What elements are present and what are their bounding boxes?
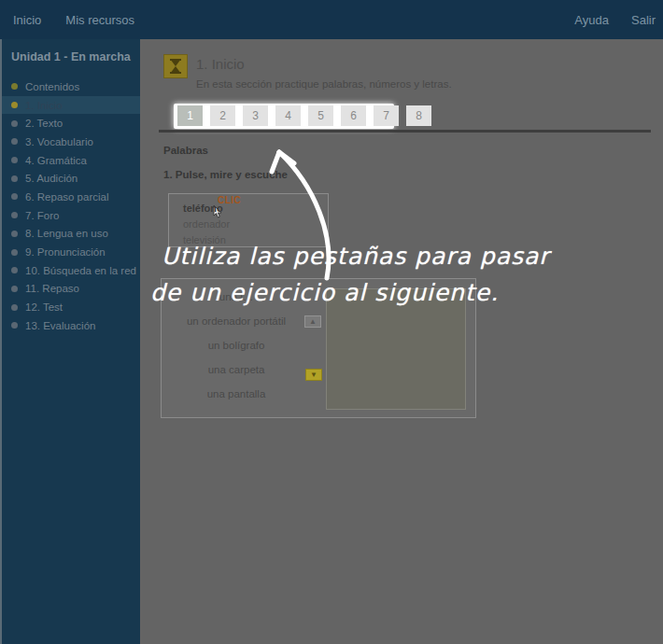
tab-2[interactable]: 2 <box>210 105 235 126</box>
panel-word[interactable]: una pantalla <box>162 388 311 399</box>
panel-word[interactable]: un bolígrafo <box>162 340 311 351</box>
sidebar-item-repaso-parcial[interactable]: 6. Repaso parcial <box>2 188 140 206</box>
panel-word[interactable]: un ordenador portátil <box>162 315 311 327</box>
exercise-instruction: 1. Pulse, mire y escuche <box>163 169 288 180</box>
tab-4[interactable]: 4 <box>275 105 301 126</box>
bullet-icon <box>11 322 18 329</box>
sidebar-item-busqueda-en-la-red[interactable]: 10. Búsqueda en la red <box>2 261 140 280</box>
tutorial-text-line2: de un ejercicio al siguiente. <box>150 279 499 306</box>
sidebar-item-label: 12. Test <box>25 301 63 313</box>
sidebar-item-gramatica[interactable]: 4. Gramática <box>2 151 140 170</box>
sidebar-item-foro[interactable]: 7. Foro <box>2 206 140 225</box>
section-heading: Palabras <box>163 145 208 156</box>
page-subtitle: En esta sección practique palabras, núme… <box>196 78 452 90</box>
sidebar: Unidad 1 - En marcha Contenidos 1. Inici… <box>0 39 140 644</box>
sidebar-item-pronunciacion[interactable]: 9. Pronunciación <box>2 243 140 261</box>
bullet-icon <box>11 249 18 256</box>
navbar-right-group: Ayuda Salir <box>574 13 663 27</box>
tab-8[interactable]: 8 <box>406 105 431 126</box>
word-card: CLIC teléfono ordenador televisión <box>168 193 329 247</box>
page-title: 1. Inicio <box>196 56 245 72</box>
sidebar-item-texto[interactable]: 2. Texto <box>2 114 140 133</box>
sidebar-item-repaso[interactable]: 11. Repaso <box>2 280 140 299</box>
sidebar-item-audicion[interactable]: 5. Audición <box>2 169 140 188</box>
sidebar-item-label: 5. Audición <box>25 173 78 184</box>
hourglass-icon <box>163 54 188 78</box>
move-down-button[interactable]: ▼ <box>305 369 322 381</box>
sidebar-item-label: 6. Repaso parcial <box>25 191 109 203</box>
sidebar-item-label: 8. Lengua en uso <box>25 228 108 239</box>
panel-word[interactable]: una carpeta <box>162 364 311 375</box>
sidebar-item-test[interactable]: 12. Test <box>2 298 140 316</box>
bullet-icon <box>11 267 18 273</box>
bullet-icon <box>11 83 18 90</box>
card-word[interactable]: ordenador <box>183 218 230 230</box>
sidebar-item-inicio[interactable]: 1. Inicio <box>2 96 140 115</box>
navbar-left-group: Inicio Mis recursos <box>0 13 134 27</box>
sidebar-item-label: 2. Texto <box>25 118 63 129</box>
sidebar-item-contenidos[interactable]: Contenidos <box>2 77 140 96</box>
sidebar-item-label: 10. Búsqueda en la red <box>25 265 136 276</box>
app-window: Inicio Mis recursos Ayuda Salir Unidad 1… <box>0 0 663 644</box>
exercise-tabs: 1 2 3 4 5 6 7 8 <box>177 105 431 126</box>
tab-6[interactable]: 6 <box>341 105 366 126</box>
bullet-icon <box>11 102 18 108</box>
sidebar-item-label: 1. Inicio <box>25 100 63 111</box>
bullet-icon <box>11 193 18 200</box>
bullet-icon <box>11 138 18 145</box>
sidebar-item-label: 4. Gramática <box>25 155 87 166</box>
nav-mis-recursos[interactable]: Mis recursos <box>65 13 134 27</box>
tabs-divider <box>159 130 651 133</box>
sidebar-item-vocabulario[interactable]: 3. Vocabulario <box>2 133 140 151</box>
nav-inicio[interactable]: Inicio <box>13 13 41 27</box>
nav-salir[interactable]: Salir <box>631 13 656 27</box>
tutorial-text-line1: Utiliza las pestañas para pasar <box>162 243 550 270</box>
sidebar-item-label: 11. Repaso <box>25 283 79 294</box>
bullet-icon <box>11 231 18 237</box>
sidebar-item-label: 3. Vocabulario <box>25 136 93 147</box>
bullet-icon <box>11 286 18 292</box>
tab-3[interactable]: 3 <box>243 105 268 126</box>
sidebar-item-label: 7. Foro <box>25 210 59 221</box>
card-word[interactable]: teléfono <box>183 203 223 214</box>
tab-7[interactable]: 7 <box>374 105 399 126</box>
sidebar-item-label: 9. Pronunciación <box>25 246 106 258</box>
bullet-icon <box>11 304 18 311</box>
nav-ayuda[interactable]: Ayuda <box>574 13 609 27</box>
tab-5[interactable]: 5 <box>308 105 333 126</box>
bullet-icon <box>11 157 18 163</box>
sidebar-item-evaluacion[interactable]: 13. Evaluación <box>2 316 140 335</box>
tab-1[interactable]: 1 <box>177 105 203 126</box>
answer-dropzone[interactable] <box>326 288 466 410</box>
top-navbar: Inicio Mis recursos Ayuda Salir <box>0 0 663 39</box>
unit-title: Unidad 1 - En marcha <box>2 39 140 63</box>
sidebar-item-label: Contenidos <box>25 81 79 92</box>
sidebar-item-label: 13. Evaluación <box>25 320 95 331</box>
bullet-icon <box>11 212 18 218</box>
move-up-button[interactable]: ▲ <box>304 315 321 328</box>
bullet-icon <box>11 120 18 127</box>
bullet-icon <box>11 175 18 182</box>
sidebar-menu: Contenidos 1. Inicio 2. Texto 3. Vocabul… <box>2 77 140 335</box>
sidebar-item-lengua-en-uso[interactable]: 8. Lengua en uso <box>2 225 140 244</box>
